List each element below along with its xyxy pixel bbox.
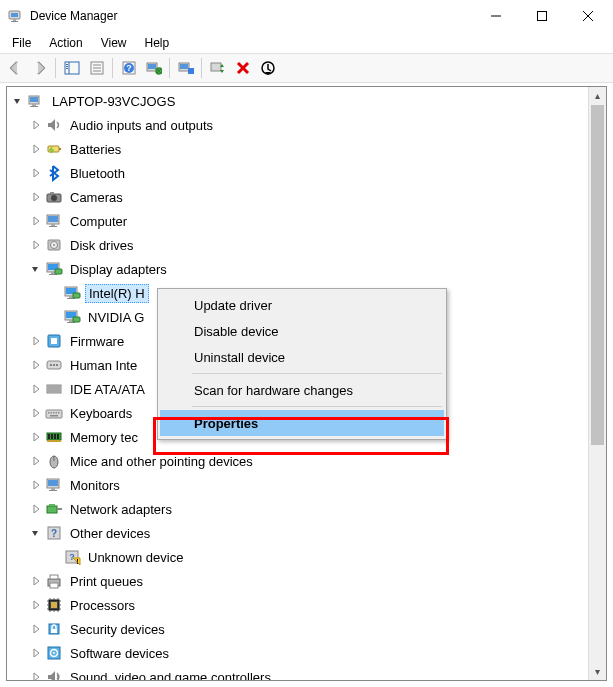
tree-category-security[interactable]: Security devices (7, 617, 606, 641)
svg-rect-11 (66, 66, 68, 67)
back-button[interactable] (3, 57, 26, 80)
expander-icon[interactable] (11, 94, 25, 108)
scroll-up-icon[interactable]: ▴ (589, 87, 606, 104)
expander-icon[interactable] (29, 430, 43, 444)
tree-root[interactable]: LAPTOP-93VCJOGS (7, 89, 606, 113)
tree-node-label: Print queues (67, 573, 146, 590)
expander-icon[interactable] (29, 574, 43, 588)
properties-button[interactable] (85, 57, 108, 80)
tree-category-camera[interactable]: Cameras (7, 185, 606, 209)
svg-rect-25 (188, 68, 194, 74)
expander-icon[interactable] (29, 190, 43, 204)
svg-rect-30 (32, 104, 36, 106)
tree-node-label: Unknown device (85, 549, 186, 566)
expander-icon[interactable] (29, 478, 43, 492)
tree-node-label: Monitors (67, 477, 123, 494)
tree-category-mouse[interactable]: Mice and other pointing devices (7, 449, 606, 473)
ctx-disable-device[interactable]: Disable device (160, 318, 444, 344)
svg-rect-58 (73, 317, 80, 322)
tree-category-disk[interactable]: Disk drives (7, 233, 606, 257)
ctx-properties[interactable]: Properties (160, 410, 444, 436)
expander-icon[interactable] (29, 454, 43, 468)
firmware-icon (45, 332, 63, 350)
menu-view[interactable]: View (93, 34, 135, 52)
uninstall-device-button[interactable] (231, 57, 254, 80)
tree-node-label: Batteries (67, 141, 124, 158)
expander-icon[interactable] (29, 358, 43, 372)
tree-category-processor[interactable]: Processors (7, 593, 606, 617)
menu-action[interactable]: Action (41, 34, 90, 52)
expander-icon[interactable] (29, 598, 43, 612)
maximize-button[interactable] (519, 1, 565, 31)
svg-text:?: ? (51, 528, 57, 539)
tree-device-unknown[interactable]: ?!Unknown device (7, 545, 606, 569)
help-button[interactable]: ? (117, 57, 140, 80)
svg-point-63 (53, 364, 55, 366)
tree-category-audio[interactable]: Audio inputs and outputs (7, 113, 606, 137)
svg-rect-36 (50, 192, 54, 194)
expander-icon[interactable] (29, 262, 43, 276)
expander-icon[interactable] (29, 526, 43, 540)
tree-category-display[interactable]: Display adapters (7, 257, 606, 281)
ctx-scan-hardware[interactable]: Scan for hardware changes (160, 377, 444, 403)
expander-icon[interactable] (29, 238, 43, 252)
expander-icon[interactable] (29, 406, 43, 420)
mouse-icon (45, 452, 63, 470)
close-button[interactable] (565, 1, 611, 31)
camera-icon (45, 188, 63, 206)
svg-rect-75 (50, 415, 58, 417)
expander-icon[interactable] (29, 382, 43, 396)
tree-category-printer[interactable]: Print queues (7, 569, 606, 593)
tree-category-bluetooth[interactable]: Bluetooth (7, 161, 606, 185)
expander-icon[interactable] (29, 166, 43, 180)
expander-icon[interactable] (29, 502, 43, 516)
menu-file[interactable]: File (4, 34, 39, 52)
scrollbar[interactable]: ▴ ▾ (588, 87, 606, 680)
tree-category-sound[interactable]: Sound, video and game controllers (7, 665, 606, 681)
tree-node-label: Memory tec (67, 429, 141, 446)
forward-button[interactable] (28, 57, 51, 80)
keyboard-icon (45, 404, 63, 422)
scroll-down-icon[interactable]: ▾ (589, 663, 606, 680)
update-driver-button[interactable] (174, 57, 197, 80)
ctx-uninstall-device[interactable]: Uninstall device (160, 344, 444, 370)
tree-node-label: Software devices (67, 645, 172, 662)
tree-category-software[interactable]: Software devices (7, 641, 606, 665)
expander-icon[interactable] (29, 622, 43, 636)
menu-bar: File Action View Help (0, 32, 613, 53)
expander-icon[interactable] (29, 214, 43, 228)
svg-rect-5 (538, 12, 547, 21)
svg-rect-60 (51, 338, 57, 344)
svg-rect-88 (47, 506, 57, 513)
toolbar: ? (0, 53, 613, 83)
svg-rect-69 (46, 410, 62, 418)
svg-point-43 (53, 244, 55, 246)
expander-icon[interactable] (29, 670, 43, 681)
tree-category-other[interactable]: ?Other devices (7, 521, 606, 545)
show-hide-console-button[interactable] (60, 57, 83, 80)
unknown-icon: ?! (63, 548, 81, 566)
scan-hardware-button[interactable] (142, 57, 165, 80)
tree-node-label: Cameras (67, 189, 126, 206)
tree-category-battery[interactable]: Batteries (7, 137, 606, 161)
ctx-update-driver[interactable]: Update driver (160, 292, 444, 318)
scroll-thumb[interactable] (591, 105, 604, 445)
minimize-button[interactable] (473, 1, 519, 31)
svg-rect-72 (53, 412, 55, 414)
tree-category-network[interactable]: Network adapters (7, 497, 606, 521)
expander-icon[interactable] (29, 118, 43, 132)
display-icon (63, 308, 81, 326)
menu-help[interactable]: Help (137, 34, 178, 52)
svg-rect-114 (51, 629, 57, 633)
expander-icon[interactable] (29, 142, 43, 156)
expander-icon[interactable] (29, 646, 43, 660)
disable-device-button[interactable] (256, 57, 279, 80)
expander-icon[interactable] (29, 334, 43, 348)
enable-device-button[interactable] (206, 57, 229, 80)
svg-rect-46 (51, 272, 55, 274)
svg-rect-77 (48, 434, 50, 439)
svg-rect-39 (51, 224, 55, 226)
tree-category-monitor[interactable]: Monitors (7, 473, 606, 497)
svg-rect-73 (56, 412, 58, 414)
tree-category-computer[interactable]: Computer (7, 209, 606, 233)
